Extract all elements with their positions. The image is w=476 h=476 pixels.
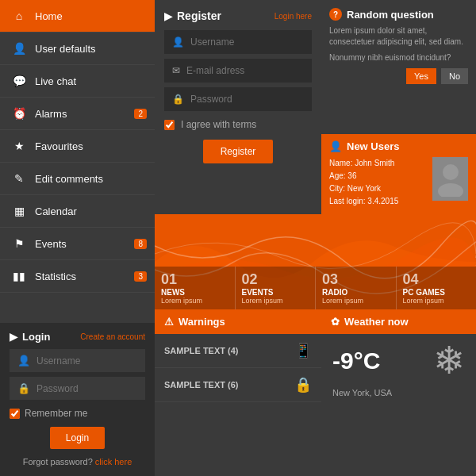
user-info: Name: John Smith Age: 36 City: New York … [329, 157, 468, 208]
sidebar-item-edit-comments[interactable]: ✎ Edit comments [0, 163, 155, 195]
reg-lock-icon: 🔒 [172, 94, 184, 105]
register-play-icon: ▶ [164, 10, 172, 22]
login-here-link[interactable]: Login here [274, 12, 312, 21]
stats-icon: ▮▮ [11, 268, 27, 284]
create-account-link[interactable]: Create an account [80, 332, 145, 341]
flag-icon: ⚑ [11, 236, 27, 251]
weather-content: -9°C ❄ [321, 334, 476, 388]
reg-user-icon: 👤 [172, 36, 184, 48]
user-name: Name: John Smith [329, 157, 426, 170]
banner-label: EVENTS [242, 288, 309, 297]
badge-events: 8 [134, 239, 147, 249]
remember-label: Remember me [25, 408, 87, 419]
reg-username-input[interactable] [190, 36, 304, 48]
sidebar-item-alarms[interactable]: ⏰ Alarms 2 [0, 98, 155, 130]
banner-num: 02 [242, 271, 309, 288]
sidebar-label: Calendar [35, 205, 144, 217]
sidebar-item-user-defaults[interactable]: 👤 User defaults [0, 33, 155, 65]
badge-statistics: 3 [134, 271, 147, 282]
random-question-title: ? Random question [329, 8, 468, 21]
reg-email-input[interactable] [186, 65, 304, 76]
user-avatar [432, 157, 468, 201]
sidebar-label: Favourites [35, 140, 144, 152]
password-input[interactable] [36, 383, 137, 394]
banner-num: 01 [161, 271, 228, 288]
weather-title: ✿ Weather now [321, 309, 476, 334]
user-icon: 👤 [11, 40, 27, 56]
alarm-icon: ⏰ [11, 106, 27, 121]
forgot-row: Forgot password? click here [10, 452, 145, 468]
right-panels: ? Random question Lorem ipsum dolor sit … [321, 0, 476, 214]
chat-icon: 💬 [11, 73, 27, 89]
svg-point-1 [438, 183, 463, 197]
warning-text: SAMPLE TEXT (4) [164, 346, 239, 355]
svg-point-0 [443, 164, 459, 180]
bottom-row: ⚠ Warnings SAMPLE TEXT (4) 📱 SAMPLE TEXT… [155, 309, 476, 476]
phone-icon: 📱 [294, 342, 312, 359]
sidebar-item-favourites[interactable]: ★ Favourites [0, 130, 155, 163]
random-question-text1: Lorem ipsum dolor sit amet, consectetuer… [329, 25, 468, 48]
random-question-text2: Nonummy nibh euismod tincidunt? [329, 52, 468, 63]
warnings-title: ⚠ Warnings [155, 309, 321, 334]
forgot-link[interactable]: click here [95, 457, 132, 466]
register-button[interactable]: Register [203, 140, 274, 163]
no-button[interactable]: No [441, 68, 468, 84]
sidebar-label: Live chat [35, 75, 144, 87]
question-buttons: Yes No [329, 68, 468, 84]
banner-item-pc games[interactable]: 04 PC GAMES Lorem ipsum [397, 267, 477, 309]
sidebar-label: Alarms [35, 108, 144, 120]
new-users-icon: 👤 [329, 140, 342, 152]
register-panel: ▶ Register Login here 👤 ✉ 🔒 [155, 0, 321, 214]
register-title: ▶ Register [164, 10, 221, 22]
sidebar-label: Statistics [35, 271, 144, 282]
forgot-text: Forgot password? [23, 457, 93, 466]
login-button[interactable]: Login [50, 427, 105, 449]
password-field-container: 🔒 [10, 377, 145, 400]
agree-label: I agree with terms [181, 119, 256, 130]
reg-password-input[interactable] [190, 94, 304, 105]
sidebar-item-live-chat[interactable]: 💬 Live chat [0, 65, 155, 98]
star-icon: ★ [11, 138, 27, 154]
banner-label: NEWS [161, 288, 228, 297]
new-users-panel: 👤 New Users Name: John Smith Age: 36 Cit… [321, 134, 476, 214]
warning-item: SAMPLE TEXT (6) 🔒 [155, 368, 321, 402]
warning-icon: ⚠ [164, 316, 174, 328]
sidebar-label: Events [35, 238, 144, 250]
agree-checkbox[interactable] [164, 120, 175, 130]
sidebar-item-home[interactable]: ⌂ Home [0, 0, 155, 33]
home-icon: ⌂ [11, 8, 27, 24]
user-icon: 👤 [17, 355, 30, 367]
sidebar-item-events[interactable]: ⚑ Events 8 [0, 228, 155, 260]
weather-panel: ✿ Weather now -9°C ❄ New York, USA [321, 309, 476, 476]
sidebar-item-calendar[interactable]: ▦ Calendar [0, 195, 155, 228]
warnings-list: SAMPLE TEXT (4) 📱 SAMPLE TEXT (6) 🔒 [155, 334, 321, 402]
sidebar-item-statistics[interactable]: ▮▮ Statistics 3 [0, 260, 155, 293]
remember-row: Remember me [10, 405, 145, 422]
username-input[interactable] [36, 355, 137, 367]
banner-sub: Lorem ipsum [322, 297, 390, 305]
login-panel: ▶ Login Create an account 👤 🔒 Remember m… [0, 323, 155, 476]
reg-mail-icon: ✉ [172, 65, 180, 76]
new-users-title: 👤 New Users [329, 140, 468, 152]
weather-location: New York, USA [321, 388, 476, 404]
lock-icon: 🔒 [294, 376, 312, 393]
username-field-container: 👤 [10, 349, 145, 372]
reg-username-field: 👤 [164, 30, 312, 54]
remember-checkbox[interactable] [10, 409, 20, 419]
warnings-panel: ⚠ Warnings SAMPLE TEXT (4) 📱 SAMPLE TEXT… [155, 309, 321, 476]
snowflake-icon: ❄ [433, 342, 465, 380]
calendar-icon: ▦ [11, 203, 27, 219]
top-row: ▶ Register Login here 👤 ✉ 🔒 [155, 0, 476, 214]
banner: 01 NEWS Lorem ipsum 02 EVENTS Lorem ipsu… [155, 214, 476, 309]
banner-item-events[interactable]: 02 EVENTS Lorem ipsum [236, 267, 317, 309]
yes-button[interactable]: Yes [406, 68, 436, 84]
sidebar-nav: ⌂ Home 👤 User defaults 💬 Live chat ⏰ Ala… [0, 0, 155, 323]
reg-email-field: ✉ [164, 59, 312, 83]
sidebar-label: User defaults [35, 43, 144, 55]
user-details: Name: John Smith Age: 36 City: New York … [329, 157, 426, 208]
banner-sub: Lorem ipsum [242, 297, 309, 305]
badge-alarms: 2 [134, 109, 147, 119]
banner-item-radio[interactable]: 03 RADIO Lorem ipsum [316, 267, 397, 309]
question-icon: ? [329, 8, 342, 21]
banner-item-news[interactable]: 01 NEWS Lorem ipsum [155, 267, 236, 309]
